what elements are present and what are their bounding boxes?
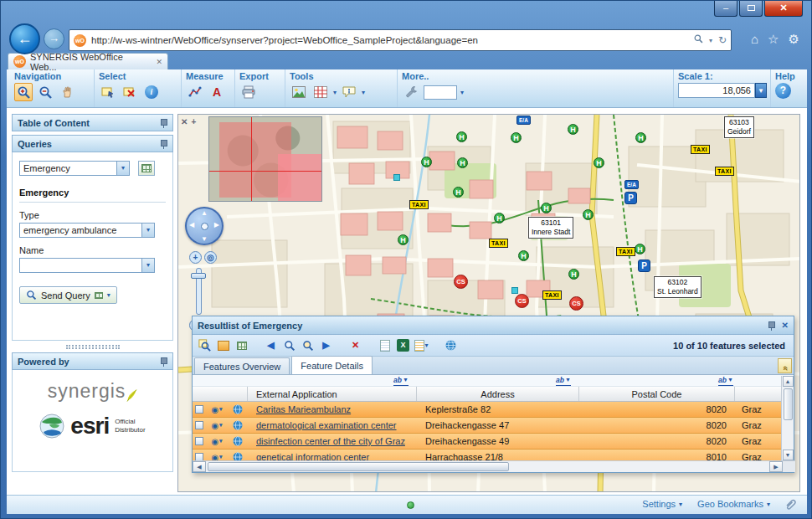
taxi-marker[interactable]: TAXI bbox=[409, 200, 429, 209]
next-feature-icon[interactable]: ▶ bbox=[319, 338, 333, 353]
query-table-button[interactable] bbox=[138, 161, 155, 176]
panel-resize-handle[interactable] bbox=[66, 345, 120, 349]
zoom-selection-icon[interactable] bbox=[301, 338, 315, 353]
poi-marker[interactable] bbox=[393, 174, 400, 181]
row-select-icon[interactable] bbox=[193, 437, 206, 445]
zoom-previous-icon[interactable] bbox=[282, 338, 296, 353]
settings-gear-icon[interactable]: ⚙ bbox=[789, 32, 799, 47]
more-dropdown[interactable] bbox=[424, 85, 457, 100]
horizontal-scrollbar[interactable]: ◀ ▶ bbox=[193, 460, 795, 472]
export-excel-icon[interactable]: X bbox=[396, 338, 410, 353]
pin-icon[interactable] bbox=[767, 321, 775, 331]
zoom-to-feature-icon[interactable]: ◉▾ bbox=[206, 421, 228, 430]
identify-info-button[interactable]: i bbox=[142, 83, 161, 101]
taxi-marker[interactable]: TAXI bbox=[489, 239, 508, 248]
pan-west-icon[interactable]: ◀ bbox=[189, 221, 194, 229]
identify-result-icon[interactable] bbox=[198, 338, 212, 353]
sort-icon[interactable]: ab▼ bbox=[556, 375, 571, 386]
header-postal-code[interactable]: Postal Code bbox=[579, 387, 735, 401]
measure-distance-button[interactable] bbox=[186, 83, 204, 101]
zoom-to-feature-icon[interactable]: ◉▾ bbox=[206, 453, 228, 461]
redlining-button[interactable] bbox=[311, 83, 330, 101]
label-text-button[interactable]: A bbox=[208, 83, 226, 101]
overview-map[interactable] bbox=[208, 116, 322, 202]
address-bar[interactable]: wO http://w-ws-wintner/WebOffice/synserv… bbox=[69, 29, 732, 51]
feature-link[interactable]: Caritas Marieambulanz bbox=[256, 404, 351, 414]
move-overview-icon[interactable]: + bbox=[191, 117, 196, 126]
previous-feature-icon[interactable]: ◀ bbox=[264, 338, 278, 353]
resultlist-titlebar[interactable]: Resultlist of Emergency ✕ bbox=[193, 316, 794, 335]
hospital-marker[interactable]: H bbox=[518, 250, 529, 261]
clear-selection-button[interactable] bbox=[121, 83, 139, 101]
report-icon[interactable]: ▾ bbox=[414, 338, 429, 353]
pan-button[interactable] bbox=[58, 83, 76, 101]
table-mode-icon[interactable] bbox=[216, 338, 230, 353]
chevron-down-icon[interactable]: ▾ bbox=[107, 291, 110, 299]
ea-marker[interactable]: E/A bbox=[516, 116, 531, 125]
home-icon[interactable]: ⌂ bbox=[751, 32, 758, 47]
attachment-paperclip-icon[interactable] bbox=[784, 498, 797, 515]
vertical-scrollbar[interactable]: ▲ ▼ bbox=[781, 376, 794, 460]
hospital-marker[interactable]: H bbox=[398, 234, 409, 245]
poi-marker[interactable] bbox=[511, 287, 518, 294]
hospital-marker[interactable]: H bbox=[494, 213, 505, 224]
zoom-in-button[interactable] bbox=[14, 83, 33, 101]
close-icon[interactable]: ✕ bbox=[782, 321, 789, 330]
scroll-down-icon[interactable]: ▼ bbox=[783, 450, 794, 460]
scale-input[interactable] bbox=[678, 83, 755, 98]
powered-by-header[interactable]: Powered by bbox=[12, 352, 173, 370]
cs-marker[interactable]: CS bbox=[515, 294, 529, 308]
hospital-marker[interactable]: H bbox=[421, 157, 432, 167]
scrollbar-thumb[interactable] bbox=[208, 462, 509, 471]
feature-link[interactable]: dermatological examination center bbox=[256, 420, 397, 430]
close-window-button[interactable]: ✕ bbox=[764, 1, 803, 17]
type-select[interactable]: emergency ambulance ▾ bbox=[19, 223, 155, 238]
hospital-marker[interactable]: H bbox=[583, 209, 594, 220]
taxi-marker[interactable]: TAXI bbox=[715, 167, 734, 176]
query-select[interactable]: Emergency ▾ bbox=[19, 161, 130, 176]
chevron-down-icon[interactable]: ▾ bbox=[141, 259, 154, 272]
select-features-button[interactable] bbox=[99, 83, 117, 101]
ea-marker[interactable]: E/A bbox=[624, 180, 639, 189]
hospital-marker[interactable]: H bbox=[568, 269, 579, 280]
settings-link[interactable]: Settings▾ bbox=[642, 499, 682, 509]
taxi-marker[interactable]: TAXI bbox=[691, 145, 710, 154]
toc-header[interactable]: Table of Content bbox=[12, 114, 173, 131]
hospital-marker[interactable]: H bbox=[456, 131, 467, 142]
scrollbar-thumb[interactable] bbox=[784, 388, 793, 420]
export-xml-icon[interactable] bbox=[378, 338, 392, 353]
pan-east-icon[interactable]: ▶ bbox=[214, 221, 219, 229]
pin-icon[interactable] bbox=[159, 357, 167, 367]
back-button[interactable]: ← bbox=[9, 23, 40, 54]
minimize-button[interactable]: – bbox=[714, 1, 737, 17]
tab-close-icon[interactable]: ✕ bbox=[156, 58, 162, 66]
redlining-dropdown-icon[interactable]: ▾ bbox=[333, 89, 337, 96]
cs-marker[interactable]: CS bbox=[569, 296, 583, 311]
table-row[interactable]: ◉▾ Caritas Marieambulanz Keplerstraße 82… bbox=[193, 402, 794, 418]
external-link-globe-icon[interactable] bbox=[228, 452, 248, 460]
row-select-icon[interactable] bbox=[193, 453, 206, 460]
full-extent-button[interactable]: ◎ bbox=[204, 251, 217, 264]
chevron-down-icon[interactable]: ▾ bbox=[116, 162, 129, 175]
pin-icon[interactable] bbox=[159, 118, 167, 128]
tab-feature-details[interactable]: Feature Details bbox=[291, 356, 373, 374]
name-select[interactable]: ▾ bbox=[19, 258, 155, 273]
hospital-marker[interactable]: H bbox=[594, 157, 604, 168]
pan-north-icon[interactable]: ▲ bbox=[201, 209, 208, 217]
scroll-right-icon[interactable]: ▶ bbox=[769, 461, 783, 472]
header-external-application[interactable]: External Application bbox=[248, 387, 417, 401]
taxi-marker[interactable]: TAXI bbox=[542, 290, 562, 300]
maximize-button[interactable] bbox=[739, 1, 763, 17]
pan-compass[interactable]: ▲ ▼ ◀ ▶ bbox=[185, 207, 224, 245]
pan-south-icon[interactable]: ▼ bbox=[201, 235, 208, 243]
search-dropdown-icon[interactable]: ▾ bbox=[709, 37, 712, 44]
external-app-icon[interactable] bbox=[444, 338, 458, 353]
geo-bookmarks-link[interactable]: Geo Bookmarks▾ bbox=[697, 499, 770, 509]
more-dropdown-icon[interactable]: ▾ bbox=[460, 89, 464, 96]
pan-center-icon[interactable] bbox=[201, 223, 208, 230]
forward-button[interactable]: → bbox=[44, 28, 64, 49]
parking-marker[interactable]: P bbox=[638, 260, 650, 272]
row-select-icon[interactable] bbox=[193, 421, 206, 429]
row-select-icon[interactable] bbox=[193, 405, 206, 414]
close-overview-icon[interactable]: ✕ bbox=[181, 117, 188, 126]
